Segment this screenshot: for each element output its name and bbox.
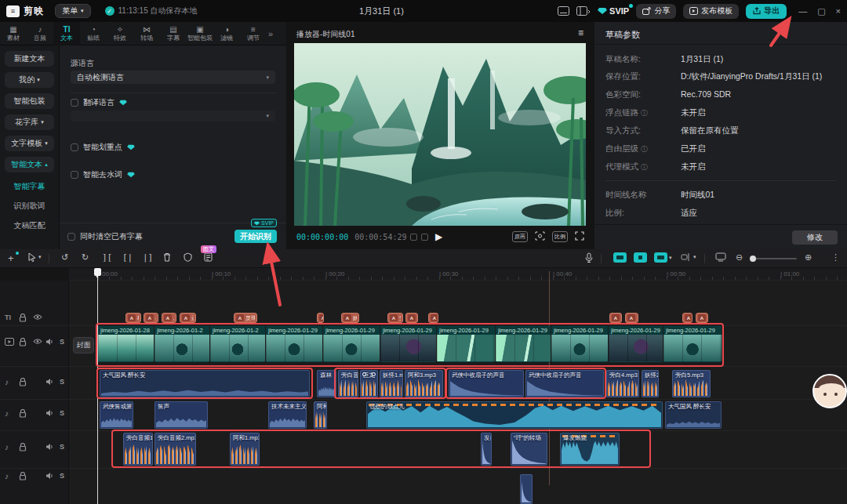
- text-clip[interactable]: A: [317, 313, 324, 323]
- text-clip[interactable]: A发: [625, 313, 638, 323]
- svip-badge[interactable]: SVIP: [598, 6, 629, 16]
- menu-button[interactable]: 菜单 ▾: [55, 4, 91, 18]
- text-clip[interactable]: A交战: [387, 313, 403, 323]
- assistant-avatar[interactable]: [812, 374, 847, 408]
- lock-icon[interactable]: [19, 409, 27, 418]
- auto-snap-toggle[interactable]: [634, 252, 647, 263]
- video-clip[interactable]: jimeng-2026-01-29: [663, 326, 722, 362]
- audio-clip[interactable]: 巨龙: [360, 370, 378, 397]
- video-clip[interactable]: jimeng-2026-01-2: [210, 326, 265, 362]
- mute-icon[interactable]: [45, 338, 54, 346]
- mute-icon[interactable]: [45, 409, 54, 417]
- fade-out-handle[interactable]: [372, 372, 376, 376]
- layout-mode-icon[interactable]: [576, 6, 591, 16]
- lock-icon[interactable]: [19, 472, 27, 480]
- audio-clip[interactable]: 武侠中收扇子的声音: [525, 370, 604, 397]
- mute-icon[interactable]: [45, 378, 54, 386]
- graphic-doc-button[interactable]: [204, 252, 213, 262]
- audio-track-icon[interactable]: ♪: [5, 409, 9, 418]
- lock-icon[interactable]: [19, 314, 27, 322]
- audio-clip[interactable]: 武侠中收扇子的声音: [449, 370, 524, 397]
- text-clip[interactable]: A幻: [682, 313, 693, 323]
- text-clip[interactable]: A终: [696, 313, 708, 323]
- video-clip[interactable]: jimeng-2026-01-29: [496, 326, 551, 362]
- text-clip[interactable]: A息: [162, 313, 176, 323]
- text-clip[interactable]: A触: [609, 313, 622, 323]
- text-clip[interactable]: A异: [144, 313, 158, 323]
- export-button[interactable]: 导出: [746, 4, 787, 19]
- adapt-timeline-button[interactable]: [715, 252, 726, 262]
- video-clip[interactable]: jimeng-2026-01-29: [609, 326, 663, 362]
- video-clip[interactable]: jimeng-2026-01-2: [154, 326, 209, 362]
- solo-icon[interactable]: S: [60, 472, 64, 480]
- audio-track-icon[interactable]: ♪: [5, 472, 9, 480]
- audio-track-icon[interactable]: ♪: [5, 443, 9, 451]
- main-track-magnet-toggle[interactable]: [613, 252, 627, 263]
- text-clip[interactable]: A妖怪: [341, 313, 359, 323]
- solo-icon[interactable]: S: [60, 338, 64, 346]
- more-options-icon[interactable]: ⋮: [831, 252, 840, 263]
- zoom-knob[interactable]: [750, 256, 756, 262]
- video-track-icon[interactable]: [5, 338, 14, 346]
- audio-clip[interactable]: 阿和1.mp3: [230, 433, 260, 466]
- audio-clip[interactable]: 阿和: [314, 401, 327, 429]
- audio-clip[interactable]: 笛声: [154, 401, 208, 429]
- mute-icon[interactable]: [45, 472, 54, 480]
- text-clip[interactable]: A: [428, 313, 438, 323]
- playhead-handle[interactable]: [94, 268, 101, 276]
- lock-icon[interactable]: [19, 338, 27, 346]
- undo-button[interactable]: ↺: [61, 252, 68, 263]
- zoom-out-icon[interactable]: ⊖: [736, 252, 743, 263]
- video-clip[interactable]: jimeng-2026-01-29: [551, 326, 608, 362]
- playhead-line[interactable]: [97, 268, 98, 504]
- trim-right-button[interactable]: |]: [143, 252, 153, 263]
- audio-clip[interactable]: 阿和3.mp3: [405, 370, 443, 397]
- select-tool-button[interactable]: ▾: [28, 252, 42, 262]
- maximize-button[interactable]: ▢: [817, 6, 825, 16]
- fade-in-handle[interactable]: [362, 372, 366, 376]
- audio-clip[interactable]: 技术未来主义的: [268, 401, 307, 429]
- audio-clip[interactable]: 旁白音频1.mp3: [123, 433, 153, 466]
- video-clip[interactable]: jimeng-2026-01-29: [323, 326, 380, 362]
- visibility-icon[interactable]: [33, 338, 42, 345]
- delete-button[interactable]: [163, 252, 171, 262]
- close-button[interactable]: ×: [836, 6, 841, 16]
- mute-icon[interactable]: [45, 443, 54, 451]
- audio-clip[interactable]: 妖怪1.mj: [380, 370, 403, 397]
- mask-button[interactable]: [184, 252, 192, 262]
- share-button[interactable]: 分享: [636, 4, 676, 19]
- preview-axis-button[interactable]: ▾: [681, 252, 696, 262]
- redo-button[interactable]: ↻: [82, 252, 89, 263]
- layout-panel-icon[interactable]: [558, 6, 569, 16]
- audio-clip[interactable]: [520, 474, 533, 504]
- audio-clip[interactable]: 旁白音频3: [338, 370, 358, 397]
- linkage-toggle[interactable]: ▾: [654, 252, 672, 263]
- solo-icon[interactable]: S: [60, 409, 64, 417]
- audio-track-icon[interactable]: ♪: [5, 378, 9, 386]
- audio-clip[interactable]: 爆发燃烧: [560, 433, 620, 466]
- text-track-icon[interactable]: TI: [5, 314, 11, 321]
- audio-clip[interactable]: 森林: [317, 370, 336, 397]
- zoom-in-icon[interactable]: ⊕: [805, 252, 812, 263]
- publish-template-button[interactable]: 发布模板: [683, 4, 739, 19]
- text-clip[interactable]: A标: [125, 313, 141, 323]
- audio-clip[interactable]: 大气国风 醉长安: [665, 401, 722, 429]
- text-clip[interactable]: A运: [180, 313, 196, 323]
- add-track-button[interactable]: +: [8, 252, 14, 264]
- audio-clip[interactable]: “吁”的转场: [511, 433, 547, 466]
- text-clip[interactable]: A灵珠仙: [234, 313, 257, 323]
- video-clip[interactable]: jimeng-2026-01-29: [437, 326, 495, 362]
- audio-clip[interactable]: 旁白5.mp3: [672, 370, 711, 397]
- text-clip[interactable]: A战: [405, 313, 418, 323]
- video-clip[interactable]: jimeng-2026-01-28: [98, 326, 154, 362]
- audio-clip[interactable]: 武侠笛或箫声: [100, 401, 133, 429]
- video-clip[interactable]: jimeng-2026-01-29: [380, 326, 436, 362]
- audio-clip[interactable]: 强劲的鼓点儿: [366, 401, 663, 429]
- record-voiceover-icon[interactable]: [585, 252, 593, 263]
- audio-clip[interactable]: 大气国风 醉长安: [100, 370, 310, 397]
- audio-clip[interactable]: 旁白音频2.mp3: [154, 433, 196, 466]
- audio-clip[interactable]: 妖怪2: [642, 370, 659, 397]
- audio-clip[interactable]: 旁白4.mp3: [606, 370, 639, 397]
- audio-clip[interactable]: 发射: [481, 433, 492, 466]
- trim-left-button[interactable]: [|: [122, 252, 133, 263]
